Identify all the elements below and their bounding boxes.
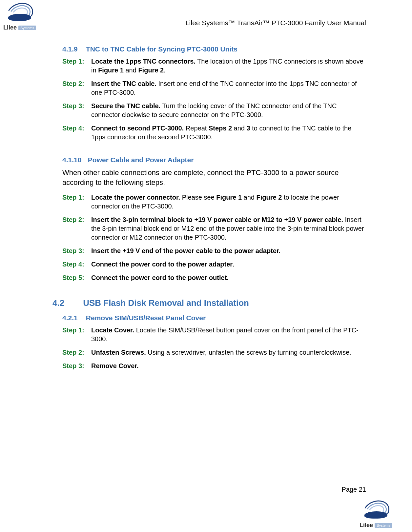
step-lead: Locate the power connector. — [91, 194, 180, 201]
step-label: Step 1: — [62, 326, 91, 335]
step-label: Step 4: — [62, 260, 91, 269]
step-row: Step 2: Insert the TNC cable. Insert one… — [62, 79, 366, 97]
brand-tag: Systems — [18, 26, 36, 30]
step-ref: Steps 2 — [209, 125, 232, 132]
step-text: . — [233, 261, 235, 268]
step-lead: Locate Cover. — [91, 326, 134, 334]
brand-tag: Systems — [375, 523, 392, 528]
step-body: Locate the 1pps TNC connectors. The loca… — [91, 57, 366, 75]
step-row: Step 1: Locate the power connector. Plea… — [62, 193, 366, 211]
step-label: Step 2: — [62, 79, 91, 88]
heading-number: 4.2 — [52, 298, 81, 308]
heading-text: Remove SIM/USB/Reset Panel Cover — [86, 314, 206, 322]
step-body: Connect the power cord to the power outl… — [91, 273, 366, 282]
step-ref: 3 — [247, 125, 250, 132]
step-body: Locate the power connector. Please see F… — [91, 193, 366, 211]
step-row: Step 3: Remove Cover. — [62, 362, 366, 370]
step-row: Step 2: Unfasten Screws. Using a screwdr… — [62, 348, 366, 357]
step-body: Locate Cover. Locate the SIM/USB/Reset b… — [91, 326, 366, 344]
section-4-2-1: 4.2.1 Remove SIM/USB/Reset Panel Cover S… — [62, 314, 366, 370]
section-4-1-10: 4.1.10 Power Cable and Power Adapter Whe… — [62, 156, 366, 282]
step-body: Connect to second PTC-3000. Repeat Steps… — [91, 124, 366, 142]
step-text: and — [124, 67, 138, 74]
heading-4-2-1: 4.2.1 Remove SIM/USB/Reset Panel Cover — [62, 314, 366, 322]
logo-graphic-icon — [363, 501, 389, 521]
brand-logo-top: Lilee Systems — [3, 3, 36, 31]
heading-number: 4.2.1 — [62, 314, 84, 322]
brand-logo-bottom: Lilee Systems — [360, 501, 392, 529]
step-row: Step 3: Secure the TNC cable. Turn the l… — [62, 102, 366, 119]
step-label: Step 2: — [62, 348, 91, 357]
figure-ref: Figure 2 — [138, 67, 164, 74]
page-container: Lilee Systems Lilee Systems™ TransAir™ P… — [0, 0, 412, 532]
step-label: Step 5: — [62, 273, 91, 282]
step-lead: Insert the 3-pin terminal block to +19 V… — [91, 216, 343, 223]
heading-4-1-10: 4.1.10 Power Cable and Power Adapter — [62, 156, 366, 164]
step-lead: Connect to second PTC-3000. — [91, 125, 184, 132]
step-row: Step 1: Locate the 1pps TNC connectors. … — [62, 57, 366, 75]
brand-text: Lilee — [360, 522, 373, 528]
step-lead: Insert the TNC cable. — [91, 80, 156, 87]
content-area: 4.1.9 TNC to TNC Cable for Syncing PTC-3… — [62, 45, 366, 385]
step-body: Unfasten Screws. Using a screwdriver, un… — [91, 348, 366, 357]
step-text: Please see — [180, 194, 216, 201]
step-text: . — [164, 67, 166, 74]
step-body: Insert the +19 V end of the power cable … — [91, 246, 366, 255]
brand-name: Lilee Systems — [360, 522, 392, 529]
step-lead: Secure the TNC cable. — [91, 102, 160, 109]
heading-text: USB Flash Disk Removal and Installation — [83, 298, 249, 308]
step-body: Insert the TNC cable. Insert one end of … — [91, 79, 366, 97]
heading-4-2: 4.2 USB Flash Disk Removal and Installat… — [52, 298, 366, 308]
page-number: Page 21 — [341, 486, 366, 493]
heading-number: 4.1.9 — [62, 45, 84, 53]
step-text: Using a screwdriver, unfasten the screws… — [146, 349, 351, 356]
heading-4-1-9: 4.1.9 TNC to TNC Cable for Syncing PTC-3… — [62, 45, 366, 53]
logo-graphic-icon — [7, 3, 33, 23]
step-text: Repeat — [184, 125, 209, 132]
heading-text: Power Cable and Power Adapter — [88, 156, 194, 164]
step-text: and — [232, 125, 246, 132]
step-lead: Remove Cover. — [91, 362, 139, 369]
step-row: Step 2: Insert the 3-pin terminal block … — [62, 215, 366, 242]
step-label: Step 3: — [62, 246, 91, 255]
step-body: Insert the 3-pin terminal block to +19 V… — [91, 215, 366, 242]
step-row: Step 5: Connect the power cord to the po… — [62, 273, 366, 282]
section-intro: When other cable connections are complet… — [62, 168, 366, 187]
brand-text: Lilee — [3, 24, 17, 31]
step-body: Secure the TNC cable. Turn the locking c… — [91, 102, 366, 119]
step-lead: Connect the power cord to the power adap… — [91, 261, 233, 268]
step-label: Step 3: — [62, 102, 91, 110]
step-body: Connect the power cord to the power adap… — [91, 260, 366, 269]
heading-text: TNC to TNC Cable for Syncing PTC-3000 Un… — [86, 45, 237, 53]
figure-ref: Figure 1 — [98, 67, 124, 74]
step-label: Step 4: — [62, 124, 91, 133]
figure-ref: Figure 1 — [216, 194, 242, 201]
step-text: and — [242, 194, 256, 201]
step-body: Remove Cover. — [91, 362, 366, 370]
step-label: Step 3: — [62, 362, 91, 370]
step-lead: Locate the 1pps TNC connectors. — [91, 58, 196, 65]
step-label: Step 2: — [62, 215, 91, 224]
step-label: Step 1: — [62, 57, 91, 66]
step-row: Step 4: Connect the power cord to the po… — [62, 260, 366, 269]
step-row: Step 3: Insert the +19 V end of the powe… — [62, 246, 366, 255]
step-lead: Connect the power cord to the power outl… — [91, 274, 229, 281]
step-label: Step 1: — [62, 193, 91, 202]
step-row: Step 4: Connect to second PTC-3000. Repe… — [62, 124, 366, 142]
brand-name: Lilee Systems — [3, 24, 36, 31]
step-row: Step 1: Locate Cover. Locate the SIM/USB… — [62, 326, 366, 344]
step-lead: Unfasten Screws. — [91, 349, 146, 356]
section-4-1-9: 4.1.9 TNC to TNC Cable for Syncing PTC-3… — [62, 45, 366, 142]
figure-ref: Figure 2 — [257, 194, 282, 201]
heading-number: 4.1.10 — [62, 156, 86, 164]
document-title: Lilee Systems™ TransAir™ PTC-3000 Family… — [185, 19, 366, 27]
step-lead: Insert the +19 V end of the power cable … — [91, 247, 280, 254]
